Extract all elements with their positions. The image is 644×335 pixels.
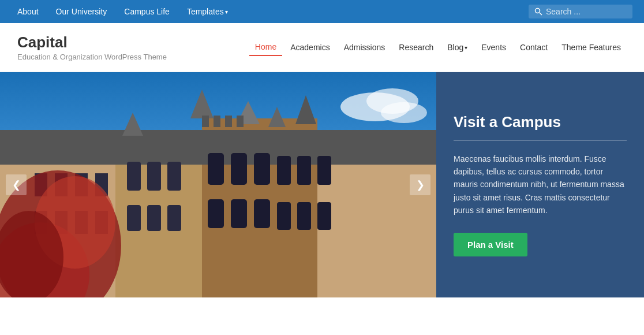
svg-rect-21 [167,162,181,191]
hero-divider [454,140,627,141]
main-nav-events[interactable]: Events [475,39,512,55]
hero-cta-button[interactable]: Plan a Visit [454,233,527,256]
hero-slide-title: Visit a Campus [454,113,627,131]
main-nav-theme-features[interactable]: Theme Features [556,39,627,55]
svg-rect-25 [277,156,291,185]
top-navbar: About Our University Campus Life Templat… [0,0,644,23]
top-nav-our-university[interactable]: Our University [50,4,113,19]
site-header: Capital Education & Organization WordPre… [0,23,644,72]
top-nav-campus-life[interactable]: Campus Life [118,4,175,19]
svg-point-47 [381,102,427,123]
svg-rect-13 [225,116,232,127]
svg-rect-24 [254,153,270,185]
svg-rect-19 [127,162,141,191]
svg-marker-8 [268,107,286,127]
site-title[interactable]: Capital [17,34,68,51]
hero-info-panel: Visit a Campus Maecenas faucibus mollis … [436,72,644,297]
svg-marker-10 [122,113,143,136]
svg-rect-22 [208,153,224,185]
slider-prev-arrow[interactable]: ❮ [6,174,27,195]
svg-rect-12 [214,116,220,127]
svg-rect-36 [231,199,247,228]
svg-rect-37 [254,199,270,228]
svg-point-0 [536,9,540,13]
main-nav-contact[interactable]: Contact [514,39,553,55]
svg-marker-6 [190,90,214,118]
blog-dropdown-icon: ▾ [465,44,467,51]
main-nav-academics[interactable]: Academics [284,39,335,55]
search-icon [534,8,542,16]
building-illustration [0,72,436,297]
main-nav: Home Academics Admissions Research Blog … [249,39,627,56]
svg-rect-26 [297,156,311,185]
svg-rect-34 [167,205,181,231]
top-nav-about[interactable]: About [12,4,44,19]
hero-slider: ❮ ❯ Visit a Campus Maecenas faucibus mol… [0,72,644,297]
search-bar[interactable] [529,5,632,18]
hero-image: ❮ ❯ [0,72,436,297]
site-branding: Capital Education & Organization WordPre… [17,34,167,61]
svg-rect-40 [317,202,331,230]
site-tagline: Education & Organization WordPress Theme [17,53,167,61]
svg-rect-33 [147,205,161,231]
top-nav-links: About Our University Campus Life Templat… [12,4,234,19]
svg-rect-32 [127,205,141,231]
svg-rect-14 [237,116,244,127]
svg-line-1 [540,13,542,15]
svg-rect-27 [317,156,331,185]
hero-slide-body: Maecenas faucibus mollis interdum. Fusce… [454,152,627,217]
slider-next-arrow[interactable]: ❯ [410,174,430,195]
main-nav-research[interactable]: Research [393,39,439,55]
svg-rect-38 [277,202,291,230]
main-nav-admissions[interactable]: Admissions [338,39,391,55]
svg-rect-20 [147,162,161,191]
main-nav-home[interactable]: Home [249,39,282,56]
svg-rect-39 [297,202,311,230]
main-nav-blog[interactable]: Blog ▾ [441,39,473,55]
svg-rect-11 [202,116,209,127]
top-nav-templates[interactable]: Templates ▾ [181,4,234,19]
templates-dropdown-icon: ▾ [225,9,228,15]
search-input[interactable] [546,7,627,16]
svg-rect-35 [208,199,224,228]
svg-marker-9 [295,95,316,124]
building-svg [0,72,436,297]
svg-rect-23 [231,153,247,185]
